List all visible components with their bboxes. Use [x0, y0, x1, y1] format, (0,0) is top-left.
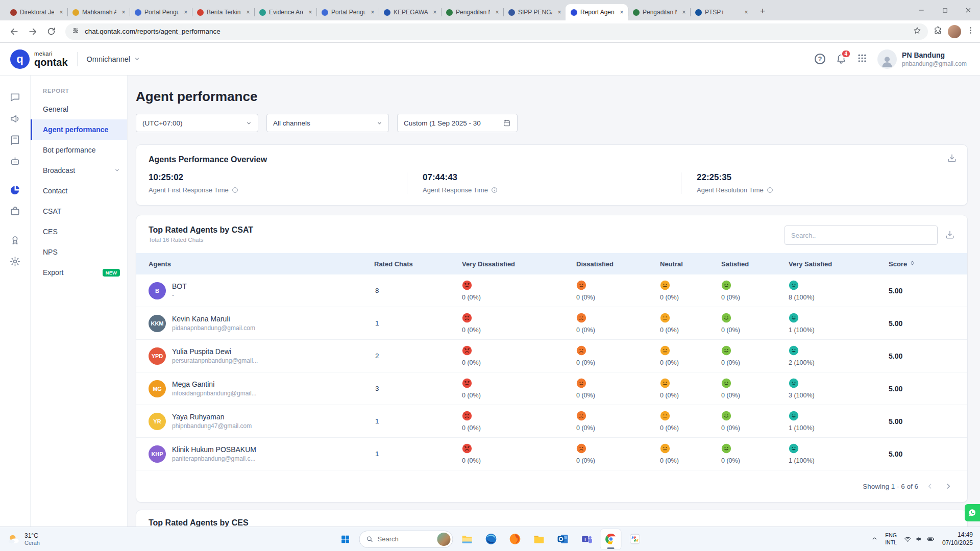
help-icon[interactable]: ? — [815, 54, 825, 64]
workspace-selector[interactable]: Omnichannel — [87, 55, 140, 63]
tab-close-icon[interactable]: × — [618, 8, 626, 16]
taskbar-search-input[interactable] — [378, 535, 433, 543]
neutral-icon — [660, 446, 670, 455]
whatsapp-widget[interactable] — [965, 504, 980, 521]
new-tab-button[interactable]: + — [755, 4, 770, 18]
window-minimize-button[interactable] — [910, 0, 933, 20]
channel-dropdown[interactable]: All channels — [266, 114, 389, 132]
taskbar-app-firefox[interactable] — [505, 529, 525, 549]
csat-search-input[interactable] — [785, 226, 938, 245]
browser-tab-direktorat-je[interactable]: Direktorat Je... × — [5, 4, 67, 20]
agent-row-kevin-kana-maruli[interactable]: KKM Kevin Kana Maruli pidanapnbandung@gm… — [136, 307, 967, 340]
quality-icon[interactable] — [6, 231, 24, 249]
browser-tab-evidence-are[interactable]: Evidence Are... × — [254, 4, 316, 20]
timezone-dropdown[interactable]: (UTC+07:00) — [136, 114, 258, 132]
sidebar-item-export[interactable]: ExportNEW — [31, 262, 127, 283]
agent-row-klinik-hukum-posbakum[interactable]: KHP Klinik Hukum POSBAKUM paniterapnband… — [136, 438, 967, 470]
taskbar-search[interactable] — [359, 531, 453, 548]
taskbar-app-folder[interactable] — [529, 529, 549, 549]
download-icon[interactable] — [947, 153, 957, 165]
bookmark-star-icon[interactable] — [913, 26, 922, 37]
apps-grid-icon[interactable] — [857, 53, 867, 65]
taskbar-app-teams[interactable]: T — [577, 529, 597, 549]
start-button[interactable] — [335, 529, 356, 549]
agent-name[interactable]: BOT — [172, 282, 187, 290]
browser-tab-portal-pengu[interactable]: Portal Pengu... × — [316, 4, 379, 20]
tab-close-icon[interactable]: × — [244, 8, 252, 16]
sidebar-item-csat[interactable]: CSAT — [31, 201, 127, 221]
sort-icon[interactable] — [909, 260, 916, 268]
sidebar-item-agent-performance[interactable]: Agent performance — [31, 119, 127, 140]
tray-chevron-up-icon[interactable] — [871, 535, 878, 544]
forward-icon[interactable] — [24, 23, 41, 40]
tab-close-icon[interactable]: × — [555, 8, 564, 16]
back-icon[interactable] — [6, 23, 22, 40]
tab-close-icon[interactable]: × — [306, 8, 314, 16]
window-close-button[interactable] — [957, 0, 980, 20]
sidebar-item-nps[interactable]: NPS — [31, 242, 127, 262]
tab-close-icon[interactable]: × — [493, 8, 501, 16]
settings-icon[interactable] — [6, 252, 24, 270]
browser-tab-berita-terkini[interactable]: Berita Terkini... × — [192, 4, 254, 20]
taskbar-app-file-explorer[interactable] — [457, 529, 477, 549]
sidebar-item-general[interactable]: General — [31, 99, 127, 119]
browser-tab-mahkamah-a[interactable]: Mahkamah A... × — [67, 4, 130, 20]
agent-row-bot[interactable]: B BOT - 8 0 (0%) 0 (0%) 0 (0%) 0 (0%) 8 … — [136, 274, 967, 307]
tab-close-icon[interactable]: × — [369, 8, 377, 16]
download-icon[interactable] — [945, 230, 955, 242]
taskbar-app-edge[interactable] — [481, 529, 501, 549]
agent-name[interactable]: Klinik Hukum POSBAKUM — [172, 445, 256, 454]
notifications-bell-icon[interactable]: 4 — [836, 53, 847, 66]
reports-icon[interactable] — [6, 181, 24, 199]
pagination-next-icon[interactable] — [942, 480, 955, 493]
tab-close-icon[interactable]: × — [431, 8, 439, 16]
tab-close-icon[interactable]: × — [742, 8, 750, 16]
refresh-icon[interactable] — [43, 23, 59, 40]
browser-menu-icon[interactable] — [966, 26, 975, 37]
sidebar-item-bot-performance[interactable]: Bot performance — [31, 140, 127, 160]
taskbar-weather-widget[interactable]: 31°C Cerah — [0, 532, 47, 546]
agent-name[interactable]: Kevin Kana Maruli — [172, 315, 255, 323]
broadcast-icon[interactable] — [6, 109, 24, 128]
browser-tab-ptsp[interactable]: PTSP+ × — [690, 4, 752, 20]
sidebar-item-ces[interactable]: CES — [31, 221, 127, 242]
browser-tab-portal-pengu[interactable]: Portal Pengu... × — [130, 4, 192, 20]
taskbar-app-chrome[interactable] — [601, 529, 621, 549]
pagination-prev-icon[interactable] — [923, 480, 937, 493]
browser-tab-pengadilan-n[interactable]: Pengadilan N... × — [441, 4, 503, 20]
agent-row-mega-gantini[interactable]: MG Mega Gantini infosidangpnbandung@gmai… — [136, 372, 967, 405]
browser-tab-sipp-penga[interactable]: SIPP PENGA... × — [503, 4, 566, 20]
integrations-icon[interactable] — [6, 202, 24, 220]
tab-close-icon[interactable]: × — [680, 8, 688, 16]
tab-close-icon[interactable]: × — [119, 8, 128, 16]
search-daily-image[interactable] — [437, 533, 451, 546]
extensions-puzzle-icon[interactable] — [933, 26, 943, 37]
tray-system-icons[interactable] — [904, 535, 935, 543]
browser-tab-kepegawai[interactable]: KEPEGAWAI... × — [379, 4, 441, 20]
inbox-icon[interactable] — [6, 88, 24, 106]
profile-menu[interactable]: PN Bandung pnbandung@gmail.com — [877, 49, 967, 69]
browser-tab-pengadilan-n[interactable]: Pengadilan N... × — [628, 4, 690, 20]
taskbar-app-outlook[interactable] — [553, 529, 573, 549]
agent-row-yulia-puspita-dewi[interactable]: YPD Yulia Puspita Dewi persuratanpnbandu… — [136, 340, 967, 372]
taskbar-app-photos[interactable] — [625, 529, 645, 549]
sidebar-item-contact[interactable]: Contact — [31, 181, 127, 201]
date-range-picker[interactable]: Custom (1 Sep 2025 - 30 — [397, 114, 518, 132]
agent-row-yaya-ruhyaman[interactable]: YR Yaya Ruhyaman phipnbandung47@gmail.co… — [136, 405, 967, 438]
agent-name[interactable]: Yaya Ruhyaman — [172, 413, 252, 421]
window-maximize-button[interactable] — [933, 0, 957, 20]
tray-language[interactable]: ENG INTL — [885, 532, 897, 545]
docs-icon[interactable] — [6, 131, 24, 149]
tray-clock[interactable]: 14:49 07/10/2025 — [942, 531, 973, 547]
site-settings-icon[interactable] — [71, 27, 80, 37]
browser-tab-report-agen[interactable]: Report Agen... × — [566, 4, 628, 20]
agent-name[interactable]: Mega Gantini — [172, 380, 257, 388]
tab-close-icon[interactable]: × — [57, 8, 65, 16]
rating-count: 0 (0%) — [660, 359, 718, 366]
browser-profile-avatar[interactable] — [948, 25, 961, 38]
address-bar[interactable]: chat.qontak.com/reports/agent_performanc… — [65, 23, 928, 40]
agent-name[interactable]: Yulia Puspita Dewi — [172, 347, 258, 356]
sidebar-item-broadcast[interactable]: Broadcast — [31, 160, 127, 181]
bot-icon[interactable] — [6, 152, 24, 170]
tab-close-icon[interactable]: × — [182, 8, 190, 16]
